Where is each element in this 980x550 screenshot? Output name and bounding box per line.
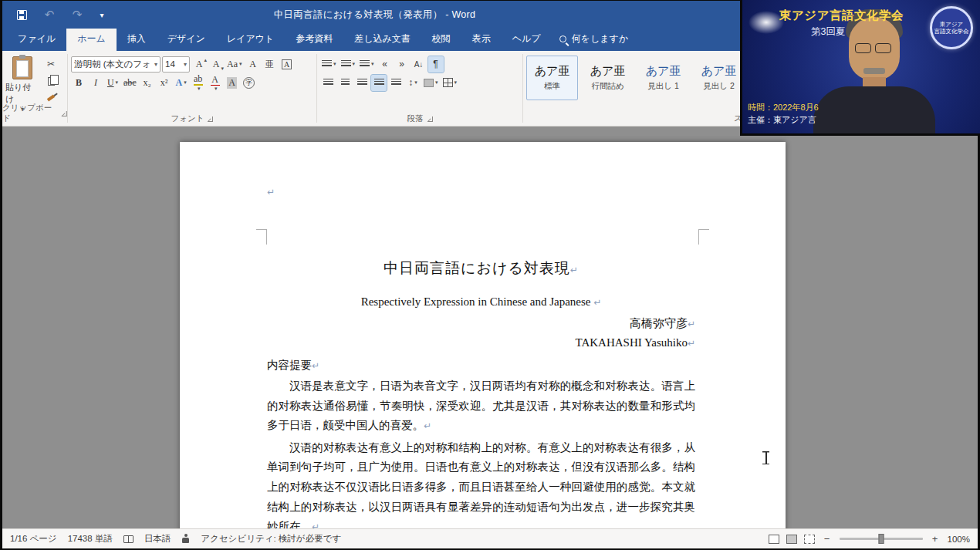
ruby-button[interactable]: 亜 — [262, 56, 278, 73]
outdent-icon: « — [382, 59, 387, 69]
paragraph-group: « » A↓ ¶ ↕ 段落 — [317, 51, 522, 126]
superscript-button[interactable]: x² — [157, 75, 172, 91]
align-right-button[interactable] — [354, 75, 370, 91]
text-cursor-pointer — [762, 450, 770, 465]
font-name-select[interactable]: 游明朝 (本文のフォ▾ — [71, 56, 161, 73]
margin-crop-mark-right — [698, 229, 709, 245]
zoom-level[interactable]: 100% — [948, 535, 970, 544]
line-spacing-button[interactable]: ↕ — [405, 75, 421, 91]
highlight-color-button[interactable]: ab — [191, 75, 206, 91]
bold-button[interactable]: B — [71, 75, 86, 91]
style-label: 標準 — [544, 81, 560, 92]
tab-review[interactable]: 校閲 — [421, 28, 461, 51]
author-en-line[interactable]: TAKAHASHI Yasuhiko↵ — [267, 333, 695, 353]
tab-layout[interactable]: レイアウト — [216, 28, 285, 51]
web-layout-button[interactable] — [804, 535, 815, 544]
multilevel-list-icon — [360, 60, 370, 68]
underline-button[interactable]: U — [105, 75, 120, 91]
zoom-slider-thumb[interactable] — [878, 534, 884, 544]
tab-file[interactable]: ファイル — [7, 28, 66, 51]
abstract-paragraph-1[interactable]: 汉语是表意文字，日语为表音文字，汉日两语均有对称的概念和对称表达。语言上的对称表… — [267, 376, 695, 437]
speaker-glasses — [855, 43, 895, 53]
accessibility-icon[interactable] — [181, 534, 190, 544]
shading-icon — [424, 79, 434, 87]
borders-button[interactable] — [441, 75, 459, 91]
font-dialog-launcher[interactable] — [208, 116, 213, 122]
cut-button[interactable]: ✂ — [42, 56, 59, 72]
document-title-line[interactable]: 中日両言語における対表現↵ — [267, 258, 695, 281]
tab-home[interactable]: ホーム — [66, 28, 117, 51]
tab-mailings[interactable]: 差し込み文書 — [343, 28, 421, 51]
style-preview: あア亜 — [646, 64, 681, 79]
strikethrough-button[interactable]: abc — [122, 75, 138, 91]
numbering-button[interactable] — [340, 56, 357, 73]
style-heading-1[interactable]: あア亜 見出し 1 — [637, 56, 689, 100]
accessibility-status[interactable]: アクセシビリティ: 検討が必要です — [201, 533, 341, 545]
decrease-indent-button[interactable]: « — [377, 56, 393, 73]
enclose-character-button[interactable]: 字 — [242, 75, 257, 91]
style-heading-2[interactable]: あア亜 見出し 2 — [693, 56, 745, 100]
copy-button[interactable] — [42, 73, 59, 89]
text-effects-button[interactable]: A — [174, 75, 189, 91]
enclose-characters-line-button[interactable]: A — [279, 56, 295, 73]
format-painter-icon — [47, 94, 55, 101]
align-right-icon — [357, 79, 367, 86]
style-normal[interactable]: あア亜 標準 — [526, 56, 578, 100]
pilcrow-icon: ¶ — [433, 59, 438, 69]
clipboard-group: 貼り付け ✂ クリップボード — [2, 51, 67, 126]
subscript-button[interactable]: x₂ — [140, 75, 155, 91]
sort-button[interactable]: A↓ — [411, 56, 427, 73]
shading-button[interactable] — [422, 75, 440, 91]
page-number-indicator[interactable]: 1/16 ページ — [10, 533, 57, 545]
style-label: 見出し 1 — [647, 81, 679, 92]
tab-insert[interactable]: 挿入 — [117, 28, 157, 51]
multilevel-list-button[interactable] — [358, 56, 376, 73]
tab-help[interactable]: ヘルプ — [502, 28, 552, 51]
proofing-icon[interactable] — [123, 535, 133, 543]
character-shading-button[interactable]: A — [225, 75, 240, 91]
zoom-in-button[interactable]: + — [930, 533, 941, 545]
clipboard-dialog-launcher[interactable] — [62, 111, 67, 116]
distribute-icon — [391, 79, 401, 86]
window-title: 中日両言語における対表現（発表用） - Word — [2, 1, 747, 29]
tab-references[interactable]: 参考資料 — [285, 28, 343, 51]
shrink-font-button[interactable]: A — [208, 56, 224, 73]
italic-button[interactable]: I — [88, 75, 103, 91]
clear-formatting-button[interactable]: A — [245, 56, 261, 73]
print-layout-button[interactable] — [786, 535, 797, 544]
distribute-button[interactable] — [388, 75, 404, 91]
tab-design[interactable]: デザイン — [157, 28, 216, 51]
abstract-heading-line[interactable]: 内容提要↵ — [267, 356, 695, 375]
align-left-button[interactable] — [320, 75, 336, 91]
align-center-icon — [341, 79, 350, 86]
font-size-select[interactable]: 14▾ — [162, 56, 190, 73]
change-case-button[interactable]: Aa — [225, 56, 244, 73]
increase-indent-button[interactable]: » — [394, 56, 410, 73]
font-group-label: フォント — [171, 113, 204, 124]
font-color-button[interactable]: A — [208, 75, 223, 91]
logo-text-line2: 言語文化学会 — [934, 28, 969, 35]
style-no-spacing[interactable]: あア亜 行間詰め — [582, 56, 634, 100]
justify-button[interactable] — [371, 75, 387, 91]
tab-view[interactable]: 表示 — [461, 28, 502, 51]
style-preview: あア亜 — [590, 64, 626, 79]
word-count-indicator[interactable]: 17438 単語 — [68, 533, 113, 545]
tell-me-search[interactable]: 何をしますか — [552, 28, 636, 51]
justify-icon — [374, 79, 384, 86]
bullets-button[interactable] — [320, 56, 338, 73]
clipboard-group-label: クリップボード — [2, 103, 58, 124]
language-indicator[interactable]: 日本語 — [144, 533, 171, 545]
read-mode-button[interactable] — [769, 535, 779, 544]
zoom-slider[interactable] — [840, 538, 923, 540]
grow-font-button[interactable]: A — [191, 56, 207, 73]
zoom-out-button[interactable]: − — [822, 533, 833, 545]
paragraph-dialog-launcher[interactable] — [427, 116, 433, 122]
show-formatting-marks-button[interactable]: ¶ — [428, 56, 444, 73]
paragraph-mark: ↵ — [688, 319, 695, 329]
align-center-button[interactable] — [337, 75, 353, 91]
document-area: ↵ 中日両言語における対表現↵ Respectively Expression … — [2, 127, 978, 528]
document-subtitle-line[interactable]: Respectively Expression in Chinese and J… — [267, 293, 695, 311]
abstract-paragraph-2[interactable]: 汉语的对称表达有意义上的对称和结构上的对称。有意义上的对称表达有很多，从单词到句… — [267, 438, 695, 528]
author-ja-line[interactable]: 高橋弥守彦↵ — [267, 314, 695, 333]
document-page[interactable]: ↵ 中日両言語における対表現↵ Respectively Expression … — [180, 142, 786, 528]
